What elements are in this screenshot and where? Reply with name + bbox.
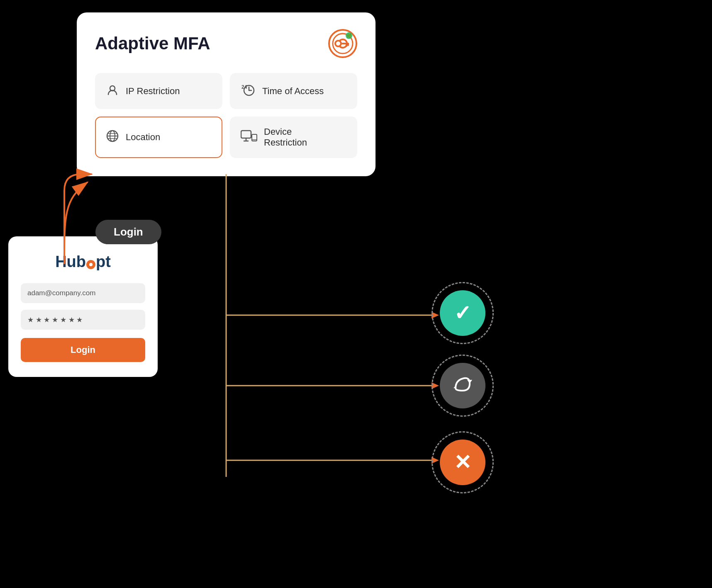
hubspot-logo: Hubpt: [21, 253, 145, 271]
success-outcome: ✓: [440, 290, 485, 336]
svg-text:🌿: 🌿: [346, 33, 352, 39]
deny-x-icon: ✕: [454, 450, 471, 474]
mfa-title: Adaptive MFA: [95, 34, 210, 53]
login-badge: Login: [95, 220, 161, 244]
mfa-card: Adaptive MFA 🌿 IP Restriction: [77, 12, 376, 176]
ip-restriction-label: IP Restriction: [126, 86, 180, 97]
svg-marker-28: [467, 380, 472, 384]
location-label: Location: [126, 132, 160, 143]
device-restriction-label: Device: [264, 126, 307, 137]
hubspot-spot: pt: [96, 253, 111, 270]
location-option[interactable]: Location: [95, 117, 222, 158]
login-card: Hubpt Login: [8, 236, 158, 377]
deny-outcome: ✕: [440, 440, 485, 485]
ip-restriction-option[interactable]: IP Restriction: [95, 73, 222, 109]
time-of-access-label: Time of Access: [262, 86, 324, 97]
login-button[interactable]: Login: [21, 338, 145, 362]
mfa-card-header: Adaptive MFA 🌿: [95, 29, 357, 58]
email-input[interactable]: [21, 283, 145, 303]
mfa-loop-icon: [451, 372, 474, 399]
mfa-options-grid: IP Restriction 24 Time of Access: [95, 73, 357, 158]
svg-rect-18: [241, 131, 251, 138]
time-of-access-icon: 24: [241, 83, 256, 99]
time-of-access-option[interactable]: 24 Time of Access: [230, 73, 357, 109]
mfa-outcome: [440, 363, 485, 408]
hubspot-dot-icon: [86, 260, 95, 269]
svg-marker-29: [454, 386, 456, 388]
location-icon: [106, 129, 119, 146]
success-check-icon: ✓: [454, 301, 471, 325]
password-input[interactable]: [21, 310, 145, 330]
svg-point-2: [335, 41, 341, 46]
device-restriction-option[interactable]: Device Restriction: [230, 117, 357, 158]
hubspot-hub: Hub: [55, 253, 86, 270]
device-restriction-icon: [241, 129, 257, 146]
ip-restriction-icon: [106, 83, 119, 99]
svg-text:24: 24: [241, 84, 247, 90]
mfa-key-icon: 🌿: [328, 29, 357, 58]
device-restriction-label2: Restriction: [264, 137, 307, 148]
